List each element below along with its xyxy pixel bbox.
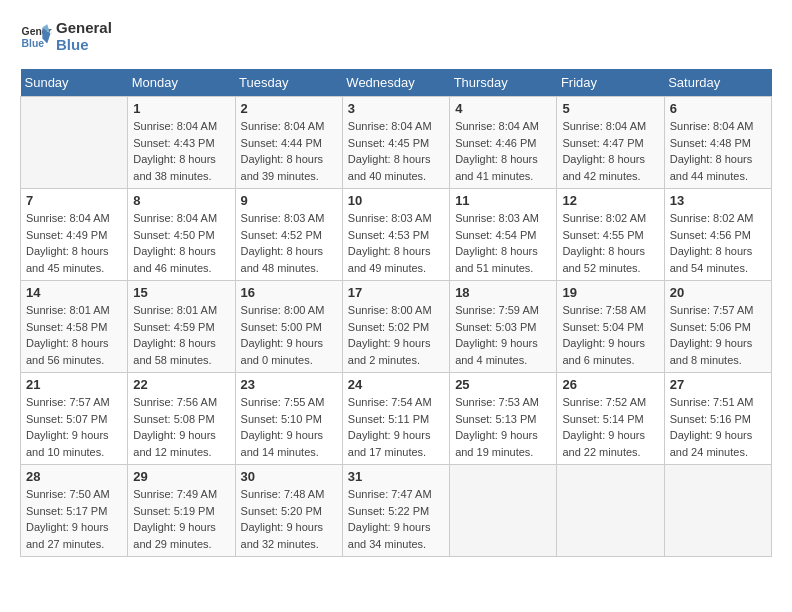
calendar-cell: 19Sunrise: 7:58 AM Sunset: 5:04 PM Dayli… [557, 281, 664, 373]
calendar-cell: 20Sunrise: 7:57 AM Sunset: 5:06 PM Dayli… [664, 281, 771, 373]
day-number: 2 [241, 101, 337, 116]
day-info: Sunrise: 8:04 AM Sunset: 4:50 PM Dayligh… [133, 210, 229, 276]
calendar-cell: 29Sunrise: 7:49 AM Sunset: 5:19 PM Dayli… [128, 465, 235, 557]
calendar-cell: 12Sunrise: 8:02 AM Sunset: 4:55 PM Dayli… [557, 189, 664, 281]
calendar-cell: 4Sunrise: 8:04 AM Sunset: 4:46 PM Daylig… [450, 97, 557, 189]
header-thursday: Thursday [450, 69, 557, 97]
day-number: 10 [348, 193, 444, 208]
day-number: 9 [241, 193, 337, 208]
calendar-cell [664, 465, 771, 557]
calendar-cell [450, 465, 557, 557]
day-number: 15 [133, 285, 229, 300]
day-info: Sunrise: 7:58 AM Sunset: 5:04 PM Dayligh… [562, 302, 658, 368]
calendar-cell: 11Sunrise: 8:03 AM Sunset: 4:54 PM Dayli… [450, 189, 557, 281]
calendar-cell: 8Sunrise: 8:04 AM Sunset: 4:50 PM Daylig… [128, 189, 235, 281]
day-number: 13 [670, 193, 766, 208]
day-info: Sunrise: 8:04 AM Sunset: 4:49 PM Dayligh… [26, 210, 122, 276]
day-number: 31 [348, 469, 444, 484]
day-info: Sunrise: 7:53 AM Sunset: 5:13 PM Dayligh… [455, 394, 551, 460]
calendar-cell: 10Sunrise: 8:03 AM Sunset: 4:53 PM Dayli… [342, 189, 449, 281]
day-info: Sunrise: 8:04 AM Sunset: 4:43 PM Dayligh… [133, 118, 229, 184]
calendar-week-3: 14Sunrise: 8:01 AM Sunset: 4:58 PM Dayli… [21, 281, 772, 373]
header-wednesday: Wednesday [342, 69, 449, 97]
day-info: Sunrise: 7:50 AM Sunset: 5:17 PM Dayligh… [26, 486, 122, 552]
day-number: 20 [670, 285, 766, 300]
calendar-cell: 16Sunrise: 8:00 AM Sunset: 5:00 PM Dayli… [235, 281, 342, 373]
calendar-table: SundayMondayTuesdayWednesdayThursdayFrid… [20, 69, 772, 557]
calendar-cell [557, 465, 664, 557]
day-info: Sunrise: 8:02 AM Sunset: 4:55 PM Dayligh… [562, 210, 658, 276]
day-info: Sunrise: 8:03 AM Sunset: 4:53 PM Dayligh… [348, 210, 444, 276]
calendar-cell: 27Sunrise: 7:51 AM Sunset: 5:16 PM Dayli… [664, 373, 771, 465]
day-number: 25 [455, 377, 551, 392]
day-number: 3 [348, 101, 444, 116]
day-info: Sunrise: 7:47 AM Sunset: 5:22 PM Dayligh… [348, 486, 444, 552]
day-info: Sunrise: 8:04 AM Sunset: 4:45 PM Dayligh… [348, 118, 444, 184]
day-info: Sunrise: 8:00 AM Sunset: 5:02 PM Dayligh… [348, 302, 444, 368]
day-number: 8 [133, 193, 229, 208]
calendar-cell: 7Sunrise: 8:04 AM Sunset: 4:49 PM Daylig… [21, 189, 128, 281]
calendar-cell: 23Sunrise: 7:55 AM Sunset: 5:10 PM Dayli… [235, 373, 342, 465]
logo: General Blue General Blue [20, 20, 112, 53]
calendar-cell: 5Sunrise: 8:04 AM Sunset: 4:47 PM Daylig… [557, 97, 664, 189]
day-number: 21 [26, 377, 122, 392]
logo-text-blue: Blue [56, 37, 112, 54]
day-number: 23 [241, 377, 337, 392]
day-number: 17 [348, 285, 444, 300]
calendar-week-2: 7Sunrise: 8:04 AM Sunset: 4:49 PM Daylig… [21, 189, 772, 281]
calendar-cell: 22Sunrise: 7:56 AM Sunset: 5:08 PM Dayli… [128, 373, 235, 465]
day-info: Sunrise: 8:02 AM Sunset: 4:56 PM Dayligh… [670, 210, 766, 276]
day-info: Sunrise: 8:01 AM Sunset: 4:58 PM Dayligh… [26, 302, 122, 368]
calendar-cell: 24Sunrise: 7:54 AM Sunset: 5:11 PM Dayli… [342, 373, 449, 465]
day-info: Sunrise: 7:52 AM Sunset: 5:14 PM Dayligh… [562, 394, 658, 460]
day-info: Sunrise: 8:01 AM Sunset: 4:59 PM Dayligh… [133, 302, 229, 368]
svg-text:Blue: Blue [22, 37, 45, 48]
day-info: Sunrise: 7:59 AM Sunset: 5:03 PM Dayligh… [455, 302, 551, 368]
header-tuesday: Tuesday [235, 69, 342, 97]
calendar-cell: 25Sunrise: 7:53 AM Sunset: 5:13 PM Dayli… [450, 373, 557, 465]
calendar-cell: 21Sunrise: 7:57 AM Sunset: 5:07 PM Dayli… [21, 373, 128, 465]
day-info: Sunrise: 8:04 AM Sunset: 4:46 PM Dayligh… [455, 118, 551, 184]
day-info: Sunrise: 7:56 AM Sunset: 5:08 PM Dayligh… [133, 394, 229, 460]
day-info: Sunrise: 7:48 AM Sunset: 5:20 PM Dayligh… [241, 486, 337, 552]
day-number: 22 [133, 377, 229, 392]
day-number: 14 [26, 285, 122, 300]
day-info: Sunrise: 7:54 AM Sunset: 5:11 PM Dayligh… [348, 394, 444, 460]
calendar-cell: 15Sunrise: 8:01 AM Sunset: 4:59 PM Dayli… [128, 281, 235, 373]
calendar-cell: 18Sunrise: 7:59 AM Sunset: 5:03 PM Dayli… [450, 281, 557, 373]
day-info: Sunrise: 7:49 AM Sunset: 5:19 PM Dayligh… [133, 486, 229, 552]
day-number: 1 [133, 101, 229, 116]
day-info: Sunrise: 8:03 AM Sunset: 4:54 PM Dayligh… [455, 210, 551, 276]
day-info: Sunrise: 7:51 AM Sunset: 5:16 PM Dayligh… [670, 394, 766, 460]
calendar-cell: 28Sunrise: 7:50 AM Sunset: 5:17 PM Dayli… [21, 465, 128, 557]
day-number: 27 [670, 377, 766, 392]
day-info: Sunrise: 7:57 AM Sunset: 5:07 PM Dayligh… [26, 394, 122, 460]
calendar-week-4: 21Sunrise: 7:57 AM Sunset: 5:07 PM Dayli… [21, 373, 772, 465]
calendar-cell: 30Sunrise: 7:48 AM Sunset: 5:20 PM Dayli… [235, 465, 342, 557]
calendar-week-5: 28Sunrise: 7:50 AM Sunset: 5:17 PM Dayli… [21, 465, 772, 557]
calendar-cell: 31Sunrise: 7:47 AM Sunset: 5:22 PM Dayli… [342, 465, 449, 557]
calendar-cell: 17Sunrise: 8:00 AM Sunset: 5:02 PM Dayli… [342, 281, 449, 373]
calendar-cell: 2Sunrise: 8:04 AM Sunset: 4:44 PM Daylig… [235, 97, 342, 189]
day-info: Sunrise: 8:03 AM Sunset: 4:52 PM Dayligh… [241, 210, 337, 276]
day-info: Sunrise: 7:55 AM Sunset: 5:10 PM Dayligh… [241, 394, 337, 460]
day-number: 24 [348, 377, 444, 392]
calendar-cell [21, 97, 128, 189]
calendar-cell: 26Sunrise: 7:52 AM Sunset: 5:14 PM Dayli… [557, 373, 664, 465]
logo-text-general: General [56, 20, 112, 37]
header-saturday: Saturday [664, 69, 771, 97]
header-friday: Friday [557, 69, 664, 97]
day-number: 26 [562, 377, 658, 392]
day-number: 19 [562, 285, 658, 300]
calendar-cell: 3Sunrise: 8:04 AM Sunset: 4:45 PM Daylig… [342, 97, 449, 189]
day-number: 7 [26, 193, 122, 208]
calendar-cell: 14Sunrise: 8:01 AM Sunset: 4:58 PM Dayli… [21, 281, 128, 373]
day-number: 12 [562, 193, 658, 208]
day-number: 30 [241, 469, 337, 484]
calendar-week-1: 1Sunrise: 8:04 AM Sunset: 4:43 PM Daylig… [21, 97, 772, 189]
day-number: 18 [455, 285, 551, 300]
day-number: 11 [455, 193, 551, 208]
day-number: 29 [133, 469, 229, 484]
calendar-cell: 1Sunrise: 8:04 AM Sunset: 4:43 PM Daylig… [128, 97, 235, 189]
day-info: Sunrise: 8:00 AM Sunset: 5:00 PM Dayligh… [241, 302, 337, 368]
